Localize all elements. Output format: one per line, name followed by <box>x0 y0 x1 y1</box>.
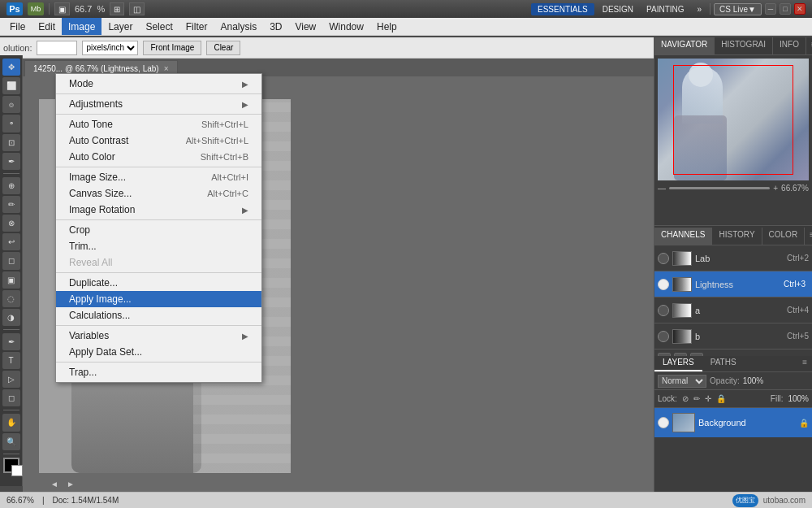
lock-all-icon[interactable]: 🔒 <box>716 394 726 403</box>
tool-history-brush[interactable]: ↩ <box>2 233 20 250</box>
navigator-tab[interactable]: NAVIGATOR <box>654 37 715 54</box>
menu-file[interactable]: File <box>3 18 32 35</box>
menu-item-auto-tone[interactable]: Auto Tone Shift+Ctrl+L <box>56 116 261 132</box>
painting-btn[interactable]: PAINTING <box>641 3 689 15</box>
channel-row-lab[interactable]: Lab Ctrl+2 <box>654 245 812 271</box>
menu-item-adjustments[interactable]: Adjustments ▶ <box>56 96 261 112</box>
scroll-left[interactable]: ◄ <box>50 480 58 488</box>
view-controls[interactable]: ◫ <box>129 2 145 15</box>
menu-item-mode[interactable]: Mode ▶ <box>56 76 261 92</box>
tool-hand[interactable]: ✋ <box>2 414 20 431</box>
menu-item-image-size[interactable]: Image Size... Alt+Ctrl+I <box>56 169 261 185</box>
cslive-btn[interactable]: CS Live▼ <box>714 3 762 15</box>
maximize-btn[interactable]: □ <box>780 3 791 15</box>
tool-lasso[interactable]: ⌾ <box>2 96 20 113</box>
tool-quick-select[interactable]: ⚬ <box>2 115 20 132</box>
channel-row-lightness[interactable]: Lightness Ctrl+3 <box>654 271 812 297</box>
tool-gradient[interactable]: ▣ <box>2 271 20 289</box>
menu-item-apply-data-set[interactable]: Apply Data Set... <box>56 344 261 360</box>
layer-row-background[interactable]: Background 🔒 <box>654 408 812 437</box>
menu-item-calculations[interactable]: Calculations... <box>56 307 261 323</box>
menu-label-trap: Trap... <box>69 367 248 378</box>
menu-help[interactable]: Help <box>370 18 404 35</box>
menu-item-canvas-size[interactable]: Canvas Size... Alt+Ctrl+C <box>56 185 261 202</box>
menu-3d[interactable]: 3D <box>263 18 288 35</box>
tool-marquee-rect[interactable]: ⬜ <box>2 77 20 94</box>
tool-eyedropper[interactable]: ✒ <box>2 153 20 170</box>
menu-item-image-rotation[interactable]: Image Rotation ▶ <box>56 202 261 218</box>
mode-selector[interactable]: ▣ <box>54 2 70 15</box>
layers-panel-menu[interactable]: ≡ <box>797 356 812 371</box>
scroll-right[interactable]: ► <box>67 480 75 488</box>
resolution-unit[interactable]: pixels/inch pixels/cm <box>82 41 138 55</box>
layer-eye[interactable] <box>658 417 669 428</box>
tool-crop[interactable]: ⊡ <box>2 134 20 151</box>
menu-label-auto-color: Auto Color <box>69 151 184 163</box>
resolution-input[interactable] <box>37 41 77 55</box>
minimize-btn[interactable]: ─ <box>765 3 776 15</box>
zoom-slider[interactable] <box>669 187 770 189</box>
nav-zoom-bar: — + 66.67% <box>658 180 809 196</box>
tool-zoom[interactable]: 🔍 <box>2 433 20 450</box>
menu-layer[interactable]: Layer <box>102 18 139 35</box>
menu-item-duplicate[interactable]: Duplicate... <box>56 275 261 291</box>
menu-image[interactable]: Image <box>62 18 102 35</box>
tool-text[interactable]: T <box>2 352 20 369</box>
tool-blur[interactable]: ◌ <box>2 290 20 307</box>
channel-thumb-a <box>672 303 692 318</box>
nav-panel-menu[interactable]: ≡ <box>806 37 812 54</box>
channel-row-a[interactable]: a Ctrl+4 <box>654 297 812 323</box>
essentials-btn[interactable]: ESSENTIALS <box>531 3 594 15</box>
menu-filter[interactable]: Filter <box>179 18 214 35</box>
menu-arrow-image-rotation: ▶ <box>242 206 248 215</box>
menu-edit[interactable]: Edit <box>32 18 62 35</box>
doc-tab-close[interactable]: × <box>164 64 169 73</box>
histogram-tab[interactable]: HISTOGRAI <box>715 37 773 54</box>
front-image-btn[interactable]: Front Image <box>143 41 201 55</box>
tool-shape[interactable]: ◻ <box>2 389 20 406</box>
tool-dodge[interactable]: ◑ <box>2 309 20 326</box>
color-tab[interactable]: COLOR <box>762 228 806 245</box>
tool-heal[interactable]: ⊕ <box>2 177 20 194</box>
menu-analysis[interactable]: Analysis <box>214 18 263 35</box>
clear-btn[interactable]: Clear <box>206 41 240 55</box>
layers-tabs: LAYERS PATHS ≡ <box>654 356 812 372</box>
channel-row-b[interactable]: b Ctrl+5 <box>654 323 812 350</box>
nav-preview-image <box>658 59 809 180</box>
menu-window[interactable]: Window <box>322 18 370 35</box>
layers-tab-paths[interactable]: PATHS <box>702 356 745 371</box>
menu-item-auto-contrast[interactable]: Auto Contrast Alt+Shift+Ctrl+L <box>56 132 261 149</box>
design-btn[interactable]: DESIGN <box>598 3 638 15</box>
tool-clone[interactable]: ⊗ <box>2 215 20 232</box>
layers-tab-layers[interactable]: LAYERS <box>654 356 702 371</box>
menu-item-auto-color[interactable]: Auto Color Shift+Ctrl+B <box>56 149 261 165</box>
tool-pen[interactable]: ✒ <box>2 333 20 350</box>
tool-move[interactable]: ✥ <box>2 59 20 76</box>
close-btn[interactable]: ✕ <box>794 3 806 15</box>
lock-position-icon[interactable]: ✛ <box>705 394 711 403</box>
lock-pixels-icon[interactable]: ✏ <box>693 394 700 403</box>
tool-path-select[interactable]: ▷ <box>2 371 20 388</box>
info-tab[interactable]: INFO <box>773 37 806 54</box>
tool-eraser[interactable]: ◻ <box>2 252 20 269</box>
zoom-decrease[interactable]: — <box>658 184 666 193</box>
layer-mode-select[interactable]: Normal <box>658 375 706 388</box>
menu-item-variables[interactable]: Variables ▶ <box>56 328 261 344</box>
zoom-increase[interactable]: + <box>773 184 778 193</box>
menu-item-apply-image[interactable]: Apply Image... <box>56 291 261 307</box>
menu-select[interactable]: Select <box>139 18 179 35</box>
fg-color[interactable] <box>3 458 19 473</box>
tool-brush[interactable]: ✏ <box>2 196 20 213</box>
menu-item-trap[interactable]: Trap... <box>56 364 261 380</box>
opacity-value: 100% <box>743 376 764 385</box>
channels-panel-menu[interactable]: ≡ <box>805 228 812 245</box>
more-btn[interactable]: » <box>693 3 707 15</box>
menu-label-apply-data-set: Apply Data Set... <box>69 346 248 358</box>
lock-transparent-icon[interactable]: ⊘ <box>682 394 689 403</box>
view-options[interactable]: ⊞ <box>110 2 124 15</box>
menu-view[interactable]: View <box>288 18 322 35</box>
menu-item-trim[interactable]: Trim... <box>56 238 261 254</box>
channels-tab[interactable]: CHANNELS <box>654 228 712 245</box>
menu-item-crop[interactable]: Crop <box>56 222 261 238</box>
history-tab[interactable]: HISTORY <box>712 228 762 245</box>
